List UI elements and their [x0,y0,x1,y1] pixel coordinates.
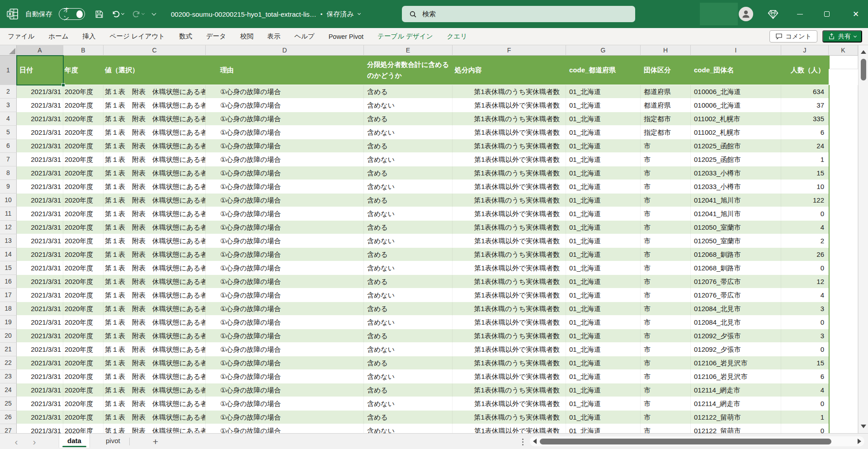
cell-D18[interactable]: ①心身の故障の場合 [206,302,364,316]
ribbon-tab-Power-Pivot[interactable]: Power Pivot [328,32,364,42]
cell-A24[interactable]: 2021/3/31 [17,383,63,397]
cell-K22[interactable] [829,356,858,370]
cell-E2[interactable]: 含める [364,85,453,99]
cell-I8[interactable]: 012033_小樽市 [691,166,781,180]
cell-D21[interactable]: ①心身の故障の場合 [206,343,364,356]
cell-E16[interactable]: 含める [364,275,453,288]
cell-B21[interactable]: 2020年度 [63,343,104,356]
cell-D3[interactable]: ①心身の故障の場合 [206,99,364,112]
cell-J9[interactable]: 10 [781,180,829,194]
cell-D8[interactable]: ①心身の故障の場合 [206,166,364,180]
ribbon-tab-ホーム[interactable]: ホーム [47,31,69,42]
cell-I13[interactable]: 012050_室蘭市 [691,234,781,248]
ribbon-tab-数式[interactable]: 数式 [178,31,193,42]
cell-F25[interactable]: 第1表休職以外で実休職者数 [453,397,566,411]
cell-G8[interactable]: 01_北海道 [566,166,641,180]
cell-E18[interactable]: 含める [364,302,453,316]
cell-E19[interactable]: 含めない [364,316,453,329]
cell-D2[interactable]: ①心身の故障の場合 [206,85,364,99]
cell-C5[interactable]: 第１表 附表 休職状態にある者の数 [104,126,206,139]
cell-I12[interactable]: 012050_室蘭市 [691,221,781,234]
cell-K1[interactable] [829,56,858,69]
cell-J23[interactable]: 6 [781,370,829,383]
cell-A25[interactable]: 2021/3/31 [17,397,63,411]
cell-E20[interactable]: 含める [364,329,453,343]
cell-C7[interactable]: 第１表 附表 休職状態にある者の数 [104,153,206,166]
save-status[interactable]: 保存済み [326,10,354,19]
cell-B10[interactable]: 2020年度 [63,194,104,207]
cell-J18[interactable]: 3 [781,302,829,316]
cell-B12[interactable]: 2020年度 [63,221,104,234]
document-title[interactable]: 00200-soumu-00200215-hyo1_total-extract-… [171,10,316,18]
row-header-10[interactable]: 10 [0,194,17,207]
cell-K25[interactable] [829,397,858,411]
cell-B14[interactable]: 2020年度 [63,248,104,261]
row-header-19[interactable]: 19 [0,316,17,329]
cell-H12[interactable]: 市 [641,221,691,234]
column-header-E[interactable]: E [364,45,453,56]
cell-D15[interactable]: ①心身の故障の場合 [206,261,364,275]
cell-A17[interactable]: 2021/3/31 [17,288,63,302]
cell-J26[interactable]: 1 [781,411,829,424]
column-header-B[interactable]: B [63,45,104,56]
cell-J27[interactable]: 0 [781,424,829,433]
cell-E4[interactable]: 含める [364,112,453,126]
cell-J3[interactable]: 37 [781,99,829,112]
cell-H27[interactable]: 市 [641,424,691,433]
cell-D25[interactable]: ①心身の故障の場合 [206,397,364,411]
column-header-G[interactable]: G [566,45,641,56]
column-header-I[interactable]: I [691,45,781,56]
cell-C3[interactable]: 第１表 附表 休職状態にある者の数 [104,99,206,112]
cell-A6[interactable]: 2021/3/31 [17,139,63,153]
cell-E8[interactable]: 含める [364,166,453,180]
row-header-4[interactable]: 4 [0,112,17,126]
cell-K3[interactable] [829,99,858,112]
cell-I18[interactable]: 012084_北見市 [691,302,781,316]
cell-E21[interactable]: 含めない [364,343,453,356]
cell-J24[interactable]: 4 [781,383,829,397]
cell-A8[interactable]: 2021/3/31 [17,166,63,180]
cell-C19[interactable]: 第１表 附表 休職状態にある者の数 [104,316,206,329]
cell-I23[interactable]: 012106_岩見沢市 [691,370,781,383]
horizontal-scrollbar-thumb[interactable] [540,439,831,444]
cell-G2[interactable]: 01_北海道 [566,85,641,99]
cell-F8[interactable]: 第1表休職のうち実休職者数 [453,166,566,180]
cell-F22[interactable]: 第1表休職のうち実休職者数 [453,356,566,370]
cell-C25[interactable]: 第１表 附表 休職状態にある者の数 [104,397,206,411]
cell-E1[interactable]: 分限処分者数合計に含めるのかどうか [364,56,453,85]
column-header-F[interactable]: F [453,45,566,56]
cell-K9[interactable] [829,180,858,194]
row-header-8[interactable]: 8 [0,166,17,180]
cell-D9[interactable]: ①心身の故障の場合 [206,180,364,194]
cell-I26[interactable]: 012122_留萌市 [691,411,781,424]
row-header-27[interactable]: 27 [0,424,17,433]
cell-E26[interactable]: 含める [364,411,453,424]
cell-B24[interactable]: 2020年度 [63,383,104,397]
ribbon-tab-クエリ[interactable]: クエリ [446,31,468,42]
cell-H9[interactable]: 市 [641,180,691,194]
cell-I1[interactable]: code_団体名 [691,56,781,85]
cell-C16[interactable]: 第１表 附表 休職状態にある者の数 [104,275,206,288]
cell-G3[interactable]: 01_北海道 [566,99,641,112]
cell-F20[interactable]: 第1表休職のうち実休職者数 [453,329,566,343]
cell-D24[interactable]: ①心身の故障の場合 [206,383,364,397]
cell-J5[interactable]: 6 [781,126,829,139]
cell-D27[interactable]: ①心身の故障の場合 [206,424,364,433]
row-header-9[interactable]: 9 [0,180,17,194]
row-header-20[interactable]: 20 [0,329,17,343]
cell-B23[interactable]: 2020年度 [63,370,104,383]
cell-B6[interactable]: 2020年度 [63,139,104,153]
cell-J13[interactable]: 2 [781,234,829,248]
column-header-K[interactable]: K [829,45,858,56]
cell-I20[interactable]: 012092_夕張市 [691,329,781,343]
cell-H13[interactable]: 市 [641,234,691,248]
avatar[interactable] [739,7,753,21]
cell-J19[interactable]: 0 [781,316,829,329]
cell-F10[interactable]: 第1表休職のうち実休職者数 [453,194,566,207]
cell-G9[interactable]: 01_北海道 [566,180,641,194]
redo-dropdown-icon[interactable] [142,12,145,15]
cell-A22[interactable]: 2021/3/31 [17,356,63,370]
comments-button[interactable]: コメント [769,30,817,43]
cell-D19[interactable]: ①心身の故障の場合 [206,316,364,329]
cell-F4[interactable]: 第1表休職のうち実休職者数 [453,112,566,126]
